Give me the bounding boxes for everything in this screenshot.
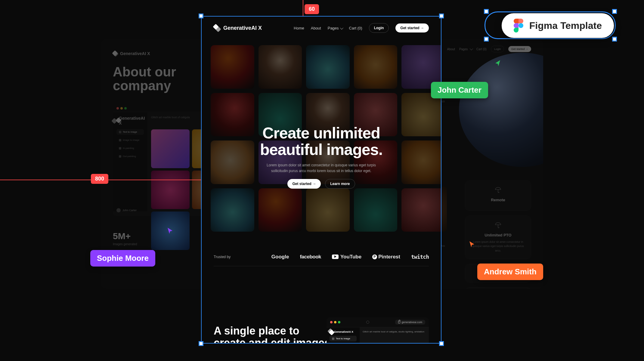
resize-handle-sw[interactable] xyxy=(199,341,203,346)
umbrella-icon xyxy=(495,187,501,193)
measure-badge-left: 800 xyxy=(91,174,108,184)
pinterest-icon xyxy=(372,255,377,259)
cursor-icon xyxy=(494,60,501,67)
measure-line-vertical xyxy=(303,0,303,16)
planet-image xyxy=(459,53,543,167)
traffic-lights xyxy=(330,321,340,323)
figma-icon xyxy=(514,19,523,32)
lock-icon xyxy=(398,321,400,323)
hero-cta-primary[interactable]: Get started → xyxy=(287,179,321,189)
feature-card: Remote xyxy=(465,180,531,211)
resize-handle-nw[interactable] xyxy=(199,14,203,18)
hero-heading: Create unlimited beautiful images. xyxy=(223,125,420,158)
avatar xyxy=(116,208,121,212)
hero-subtitle: Lorem ipsum dolor sit amet consectetur i… xyxy=(258,162,385,174)
figma-template-badge[interactable]: Figma Template xyxy=(502,13,614,38)
cursor-sophie xyxy=(166,227,174,236)
logo-youtube: YouTube xyxy=(332,254,361,260)
side-item[interactable]: Text to image xyxy=(330,336,357,341)
thumb[interactable] xyxy=(151,171,190,209)
login-button[interactable]: Login xyxy=(491,46,504,52)
side-item[interactable]: Text to image xyxy=(116,129,144,135)
resize-handle[interactable] xyxy=(612,9,617,14)
resize-handle-se[interactable] xyxy=(439,341,444,346)
stat: 5M+Images generated xyxy=(113,231,137,246)
trusted-label: Trusted by xyxy=(214,255,231,259)
resize-handle-ne[interactable] xyxy=(439,14,444,18)
logo-icon xyxy=(113,51,118,56)
nav: Home About Pages Cart (0) Login Get star… xyxy=(294,23,429,33)
nav-about[interactable]: About xyxy=(311,26,321,30)
youtube-icon xyxy=(332,255,339,259)
measure-badge-top: 60 xyxy=(305,4,319,14)
cursor-icon xyxy=(166,227,174,234)
resize-handle[interactable] xyxy=(612,37,617,42)
cursor-label-john: John Carter xyxy=(431,82,488,98)
app-mockup: generativeai.com GenerativeAI X Text to … xyxy=(327,317,429,343)
nav-cart[interactable]: Cart (0) xyxy=(476,48,487,51)
mini-nav: About Pages Cart (0) Login Get started → xyxy=(447,46,531,52)
chevron-down-icon xyxy=(470,47,473,50)
logo-pinterest: Pinterest xyxy=(372,254,400,260)
trusted-bar: Trusted by Google facebook YouTube Pinte… xyxy=(214,248,429,266)
nav-pages[interactable]: Pages xyxy=(328,26,342,30)
resize-handle[interactable] xyxy=(484,37,489,42)
main-frame: GenerativeAI X Home About Pages Cart (0)… xyxy=(202,17,441,343)
resize-handle[interactable] xyxy=(484,9,489,14)
section-2-heading: A single place tocreate and edit images xyxy=(214,325,330,343)
side-item[interactable]: Out-painting xyxy=(116,153,144,159)
nav-pages[interactable]: Pages xyxy=(459,48,472,51)
cta-button[interactable]: Get started → xyxy=(508,46,531,52)
side-item[interactable]: Image to image xyxy=(116,137,144,143)
feature-card: Unlimited PTO Lorem ipsum dolor sit amet… xyxy=(465,216,531,259)
url-bar[interactable]: generativeai.com xyxy=(395,320,425,325)
cursor-label-andrew: Andrew Smith xyxy=(477,264,543,280)
chevron-down-icon xyxy=(340,26,343,29)
logo-google: Google xyxy=(271,254,289,260)
figma-badge-text: Figma Template xyxy=(529,20,602,31)
umbrella-icon xyxy=(495,222,501,229)
cursor-andrew xyxy=(468,241,475,249)
logo-icon xyxy=(214,25,220,31)
thumb[interactable] xyxy=(151,129,190,168)
hero: Create unlimited beautiful images. Lorem… xyxy=(202,56,441,201)
sun-icon xyxy=(366,321,369,324)
user-chip: John Carter xyxy=(116,208,137,212)
hero-cta-secondary[interactable]: Learn more xyxy=(325,179,355,189)
brand-text: GenerativeAI X xyxy=(223,25,262,31)
nav-home[interactable]: Home xyxy=(294,26,304,30)
feature-card: Great culture xyxy=(465,287,531,289)
logo-twitch: twitch xyxy=(411,254,429,260)
header: GenerativeAI X Home About Pages Cart (0)… xyxy=(202,17,441,39)
prompt-area: Glitch art marble bust of caligula, stud… xyxy=(360,327,429,343)
cursor-icon xyxy=(468,241,475,248)
cursor-label-sophie: Sophie Moore xyxy=(90,250,155,267)
logo-facebook: facebook xyxy=(300,254,321,260)
nav-cart[interactable]: Cart (0) xyxy=(349,26,362,30)
brand[interactable]: GenerativeAI X xyxy=(214,25,262,31)
side-item[interactable]: In-painting xyxy=(116,145,144,151)
brand-text: GenerativeAI X xyxy=(120,51,150,56)
nav-about[interactable]: About xyxy=(447,48,455,51)
cursor-john xyxy=(494,60,501,68)
get-started-button[interactable]: Get started → xyxy=(395,23,429,32)
login-button[interactable]: Login xyxy=(369,23,389,33)
